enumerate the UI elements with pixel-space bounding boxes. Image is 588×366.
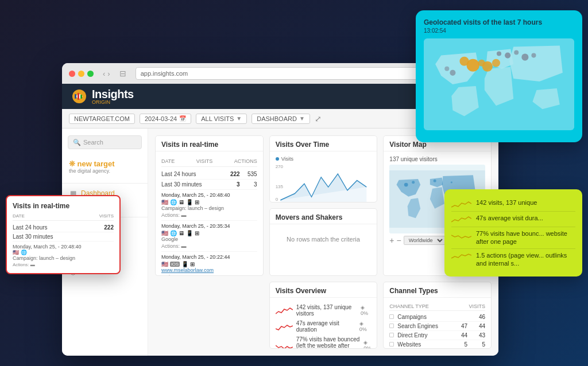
card-channels: Channel Types CHANNEL TYPE VISITS Campai… [383,282,492,349]
device-icon-2: 🖥 [179,230,184,236]
ov-rt-label-24h: Last 24 hours [13,224,48,231]
ov-browser-icon: 🌐 [21,250,27,255]
filter-icon: ▼ [236,115,242,122]
map-zoom-out-icon[interactable]: − [397,236,401,245]
brand-name: ❊ new target [69,159,115,168]
toolbar-date[interactable]: 2024-03-24 📅 [140,114,191,124]
realtime-content: DATE VISITS ACTIONS Last 24 hours 222 53… [156,151,263,276]
calendar-icon: 📅 [179,115,186,122]
logo-area: Insights ORIGIN [71,88,134,105]
forward-arrow-icon[interactable]: › [107,69,110,78]
overview-stat-1: 142 visits, 137 unique visitors ◈ 0% [276,302,372,318]
ch-label-campaigns: Campaigns [397,314,467,320]
channels-header: CHANNEL TYPE VISITS [389,302,485,311]
back-arrow-icon[interactable]: ‹ [103,69,105,78]
rt-actions-24h: 535 [240,171,257,177]
svg-point-13 [467,59,479,72]
stat-line-2: 47s average visit dura... [451,212,575,227]
map-zoom-in-icon[interactable]: + [389,236,394,245]
ch-check-websites[interactable] [389,342,394,346]
main-layout: 🔍 Search ❊ new target the digital agency… [62,129,498,356]
visits-legend-label: Visits [281,156,293,162]
svg-point-7 [404,183,408,187]
search-bar[interactable]: 🔍 Search [68,135,142,149]
view-icon: ▼ [299,115,305,122]
toolbar-site[interactable]: NEWTARGET.COM [69,114,135,124]
url-text: app.insights.com [141,70,188,77]
rt-visit-1: Monday, March 25, - 20:48:40 🇺🇸 🌐 🖥 📱 ⊞ … [161,190,257,221]
svg-rect-5 [83,94,85,99]
movers-title: Movers and Shakers [270,209,377,224]
overlay-realtime: Visits in real-time DATE VISITS Last 24 … [6,195,121,274]
maximize-dot[interactable] [87,71,94,77]
card-realtime: Visits in real-time DATE VISITS ACTIONS … [155,135,264,276]
svg-point-9 [434,180,436,182]
ch-check-campaigns[interactable] [389,314,394,319]
map-region-select[interactable]: Worldwide [404,236,445,245]
date-label: 2024-03-24 [145,115,177,122]
ov-flag-us: 🇺🇸 [13,250,19,255]
svg-rect-3 [78,93,79,100]
ch-val-campaigns: 46 [471,314,485,320]
svg-point-19 [514,50,519,55]
geo-time: 13:02:54 [424,28,574,34]
rt-actions-detail-1: Actions: ▬ [161,212,257,218]
overview-label-1: 142 visits, 137 unique visitors [296,304,357,317]
rt-visit-3: Monday, March 25, - 20:22:44 🇺🇸 iOS 📱 ⊞ … [161,252,257,276]
ov-rt-col-date: DATE [13,213,25,219]
close-dot[interactable] [69,71,75,77]
overview-label-3: 77% visits have bounced (left the websit… [296,336,361,349]
ch-check-direct[interactable] [389,333,394,337]
ov-rt-flags: 🇺🇸 🌐 [13,250,114,255]
geo-map-visual [424,38,574,130]
overview-stat-2: 47s average visit duration ◈ 0% [276,318,372,334]
search-placeholder: Search [83,139,103,146]
rt-flags-1: 🇺🇸 🌐 🖥 📱 ⊞ [161,199,257,205]
toolbar-filter[interactable]: ALL VISITS ▼ [196,114,247,124]
ch-label-search: Search Engines [397,323,450,329]
tabs-icon[interactable]: ⊟ [119,69,126,78]
svg-point-23 [444,67,449,71]
mobile-icon-2: 📱 [186,230,193,236]
realtime-table-header: DATE VISITS ACTIONS [161,156,257,167]
rt-time-1: Monday, March 25, - 20:48:40 [161,192,257,198]
svg-rect-2 [75,94,76,99]
rt-col-date: DATE [161,158,175,164]
stat-text-3: 77% visits have bounc... website after o… [476,229,575,246]
app-title: Insights [92,88,134,100]
ch-check-search[interactable] [389,324,394,328]
minimize-dot[interactable] [78,71,84,77]
ov-rt-row-30m: Last 30 minutes [13,232,114,242]
ch-val-websites-2: 5 [471,341,485,348]
card-movers: Movers and Shakers No rows match the cri… [269,208,378,275]
svg-point-8 [412,181,415,184]
rt-time-3: Monday, March 25, - 20:22:44 [161,254,257,260]
ov-rt-actions: Actions: ▬ [13,262,114,267]
trend-chart-1 [276,306,293,315]
ov-rt-title: Visits in real-time [13,202,114,210]
overlay-geo: Geolocated visits of the last 7 hours 13… [416,10,582,142]
overview-stat-3: 77% visits have bounced (left the websit… [276,334,372,349]
ch-label-direct: Direct Entry [397,332,450,338]
toolbar-view[interactable]: DASHBOARD ▼ [252,114,310,124]
ch-row-websites: Websites 5 5 [389,340,485,349]
ch-col-type: CHANNEL TYPE [389,303,429,309]
svg-point-18 [505,53,510,59]
card-overview: Visits Overview 142 visits, 137 unique v… [269,282,378,349]
ch-label-websites: Websites [397,341,450,348]
ch-val-direct: 44 [453,332,467,338]
rt-actions-detail-2: Actions: ▬ [161,243,257,249]
ch-val-search-2: 44 [471,323,485,329]
rt-label-30m: Last 30 minutes [161,181,223,188]
stat-line-3: 77% visits have bounc... website after o… [451,227,575,249]
rt-website-3[interactable]: www.mselaborlaw.com [161,267,257,273]
expand-icon[interactable]: ⤢ [315,114,322,123]
overview-content: 142 visits, 137 unique visitors ◈ 0% 47s… [270,298,377,349]
ch-val-direct-2: 43 [471,332,485,338]
os-icon-1: ⊞ [195,199,199,205]
rt-col-actions: ACTIONS [234,158,257,164]
svg-point-20 [521,54,528,61]
ch-row-search: Search Engines 47 44 [389,322,485,331]
rt-source-2: Google [161,236,257,242]
browser-icon-2: 🌐 [170,230,177,236]
